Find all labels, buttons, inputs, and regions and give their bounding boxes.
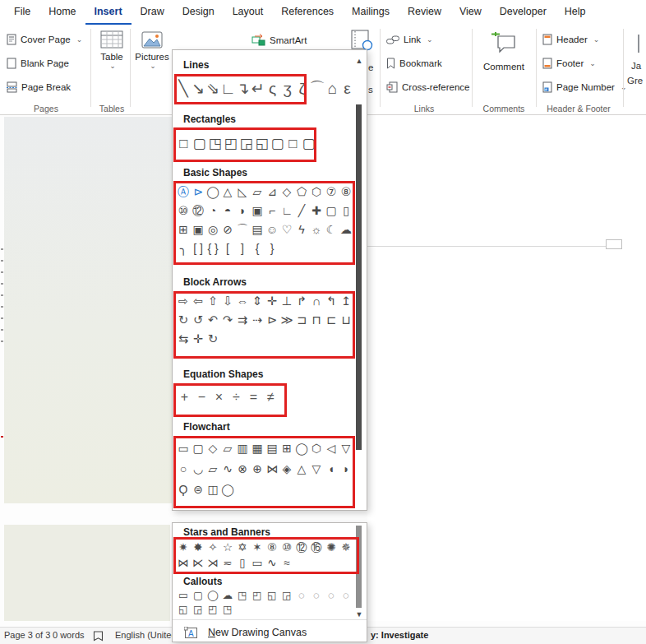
shape-icon[interactable]: ▦ bbox=[250, 438, 265, 459]
document-page-left-1[interactable] bbox=[4, 117, 173, 503]
shape-icon[interactable]: ◯ bbox=[220, 480, 235, 500]
shape-icon[interactable]: ⌒ bbox=[235, 220, 250, 239]
shape-icon[interactable]: ⇩ bbox=[220, 292, 235, 311]
shape-icon[interactable]: ↷ bbox=[220, 311, 235, 330]
table-button[interactable]: Table ⌄ bbox=[94, 30, 130, 70]
shape-icon[interactable]: ◳ bbox=[207, 129, 223, 159]
bookmark-button[interactable]: Bookmark bbox=[386, 55, 442, 72]
shape-icon[interactable]: ◰ bbox=[223, 129, 238, 159]
shape-icon[interactable]: ∟ bbox=[220, 75, 236, 103]
shape-icon[interactable]: ⇧ bbox=[205, 292, 220, 311]
shape-icon[interactable]: ∟ bbox=[279, 202, 294, 220]
shape-icon[interactable]: ⊕ bbox=[250, 459, 265, 480]
shape-icon[interactable]: ⑫ bbox=[191, 202, 205, 220]
shape-icon[interactable]: ⬡ bbox=[309, 183, 324, 202]
pictures-button[interactable]: Pictures ⌄ bbox=[132, 31, 172, 70]
shape-icon[interactable]: ▢ bbox=[324, 202, 339, 220]
shape-icon[interactable]: ◯ bbox=[205, 183, 220, 202]
shape-icon[interactable]: [ bbox=[220, 239, 235, 258]
shape-icon[interactable]: ◱ bbox=[176, 603, 191, 617]
shape-icon[interactable]: ⑫ bbox=[294, 540, 309, 555]
shape-icon[interactable]: × bbox=[210, 385, 228, 410]
cover-page-button[interactable]: Cover Page ⌄ bbox=[7, 31, 82, 48]
menu-tab-developer[interactable]: Developer bbox=[491, 0, 556, 25]
shape-icon[interactable]: ↰ bbox=[324, 292, 339, 311]
shape-icon[interactable]: ◔ bbox=[205, 202, 220, 220]
shape-icon[interactable]: ♡ bbox=[279, 220, 294, 239]
shape-icon[interactable]: ◲ bbox=[191, 603, 205, 617]
shape-icon[interactable]: ϟ bbox=[294, 220, 309, 239]
shape-icon[interactable]: ⊐ bbox=[294, 311, 309, 330]
menu-tab-draw[interactable]: Draw bbox=[132, 0, 173, 25]
menu-tab-review[interactable]: Review bbox=[399, 0, 450, 25]
shape-icon[interactable]: ▣ bbox=[191, 220, 205, 239]
shape-icon[interactable]: ◰ bbox=[205, 603, 220, 617]
shape-icon[interactable]: ⊞ bbox=[279, 438, 294, 459]
shape-icon[interactable]: ε bbox=[340, 75, 355, 103]
shape-icon[interactable]: ⑩ bbox=[176, 202, 191, 220]
shape-icon[interactable]: ⬡ bbox=[309, 438, 324, 459]
scrollbar-thumb[interactable] bbox=[356, 526, 362, 608]
shape-icon[interactable]: } bbox=[265, 239, 279, 258]
shape-icon[interactable]: ↺ bbox=[191, 311, 205, 330]
shape-icon[interactable]: ✛ bbox=[265, 292, 279, 311]
shape-icon[interactable]: ⑦ bbox=[324, 183, 339, 202]
shape-icon[interactable]: ↻ bbox=[205, 330, 220, 349]
shape-icon[interactable]: ⑧ bbox=[339, 183, 353, 202]
shape-icon[interactable]: □ bbox=[285, 129, 301, 159]
shape-icon[interactable]: ▢ bbox=[191, 589, 205, 603]
shape-icon[interactable]: ⊳ bbox=[265, 311, 279, 330]
shape-icon[interactable]: ⌒ bbox=[310, 75, 325, 103]
shape-icon[interactable]: △ bbox=[294, 459, 309, 480]
shape-icon[interactable]: ≫ bbox=[279, 311, 294, 330]
header-button[interactable]: Header ⌄ bbox=[542, 31, 599, 48]
blank-page-button[interactable]: Blank Page bbox=[7, 55, 69, 72]
menu-tab-references[interactable]: References bbox=[272, 0, 343, 25]
shape-icon[interactable]: ⋈ bbox=[176, 555, 191, 571]
shape-icon[interactable]: ⌐ bbox=[265, 202, 279, 220]
shape-icon[interactable]: ▤ bbox=[250, 220, 265, 239]
shape-icon[interactable]: ⊳ bbox=[191, 183, 205, 202]
shape-icon[interactable]: ◖ bbox=[324, 459, 339, 480]
shape-icon[interactable]: ╮ bbox=[176, 239, 191, 258]
shape-icon[interactable]: ⇘ bbox=[205, 75, 220, 103]
shape-icon[interactable]: { bbox=[250, 239, 265, 258]
menu-tab-design[interactable]: Design bbox=[173, 0, 224, 25]
shape-icon[interactable]: ⑧ bbox=[265, 540, 279, 555]
shape-icon[interactable]: ↘ bbox=[191, 75, 205, 103]
reuse-files-icon[interactable] bbox=[348, 30, 373, 51]
shape-icon[interactable]: ▭ bbox=[176, 438, 191, 459]
shape-icon[interactable]: ◲ bbox=[279, 589, 294, 603]
shape-icon[interactable]: ✵ bbox=[339, 540, 353, 555]
shape-icon[interactable]: ✡ bbox=[235, 540, 250, 555]
shape-icon[interactable]: ⇆ bbox=[176, 330, 191, 349]
shape-icon[interactable]: ⊥ bbox=[279, 292, 294, 311]
shape-icon[interactable]: □ bbox=[176, 129, 191, 159]
shape-icon[interactable]: ∿ bbox=[220, 459, 235, 480]
shape-icon[interactable]: ▢ bbox=[301, 129, 316, 159]
shape-icon[interactable]: △ bbox=[220, 183, 235, 202]
shape-icon[interactable]: ⊓ bbox=[309, 311, 324, 330]
menu-tab-view[interactable]: View bbox=[450, 0, 491, 25]
shape-icon[interactable]: ✚ bbox=[309, 202, 324, 220]
shape-icon[interactable]: ☺ bbox=[265, 220, 279, 239]
shape-icon[interactable]: ↵ bbox=[251, 75, 265, 103]
shape-icon[interactable]: ◌ bbox=[309, 589, 324, 603]
shape-icon[interactable]: ◗ bbox=[339, 459, 353, 480]
shape-icon[interactable]: ◌ bbox=[339, 589, 353, 603]
shape-icon[interactable]: ⇕ bbox=[250, 292, 265, 311]
shape-icon[interactable]: ζ bbox=[295, 75, 310, 103]
shape-icon[interactable]: ⊗ bbox=[235, 459, 250, 480]
shape-icon[interactable]: = bbox=[245, 385, 262, 410]
shape-icon[interactable]: ▭ bbox=[250, 555, 265, 571]
shape-icon[interactable]: ▢ bbox=[270, 129, 285, 159]
menu-tab-mailings[interactable]: Mailings bbox=[343, 0, 399, 25]
shape-icon[interactable]: ʒ bbox=[280, 75, 295, 103]
shape-icon[interactable]: ⇔ bbox=[235, 292, 250, 311]
shape-icon[interactable]: ⊞ bbox=[176, 220, 191, 239]
shape-icon[interactable]: ≈ bbox=[279, 555, 294, 571]
shape-icon[interactable]: ◲ bbox=[238, 129, 254, 159]
shape-icon[interactable]: { } bbox=[205, 239, 220, 258]
shape-icon[interactable]: ↶ bbox=[205, 311, 220, 330]
shape-icon[interactable]: ↱ bbox=[294, 292, 309, 311]
